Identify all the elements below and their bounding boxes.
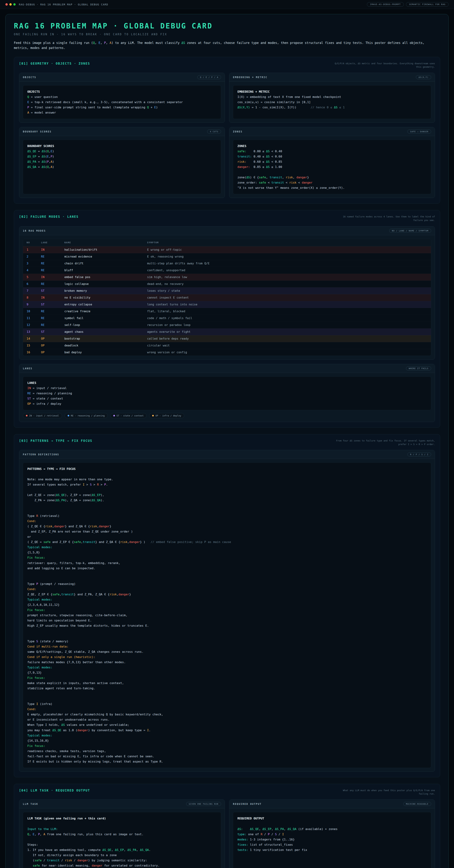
code-line: REQUIRED OUTPUT: [237, 816, 427, 821]
mode-row: 16OPbad deploywrong version or config: [23, 349, 431, 356]
panel-badge: NO / LANE / NAME / SYMPTOM: [389, 229, 431, 233]
code-line: {2,3,4,6,10,11,12}: [27, 602, 427, 608]
code-line: Steps:: [27, 842, 217, 847]
rag-modes-panel: 16 RAG MODES NO / LANE / NAME / SYMPTOM …: [19, 226, 435, 360]
mode-row: 7STbroken memoryloses story / state: [23, 287, 431, 294]
maximize-button[interactable]: [13, 3, 15, 6]
panel-title: OBJECTS: [23, 76, 36, 79]
code-line: tests: 1 tiny verification test per fix: [237, 847, 427, 852]
mode-row: 4REbluffconfident, unsupported: [23, 267, 431, 274]
code-line: you may treat ΔS_QE as 1.0 (danger) by c…: [27, 727, 427, 733]
code-line: P = final user-side prompt string sent t…: [27, 105, 217, 110]
code-line: prompt structure, stepwise reasoning, ci…: [27, 613, 427, 618]
main-card: RAG 16 PROBLEM MAP · GLOBAL DEBUG CARD O…: [5, 14, 449, 868]
code-line: retriever: query, filters, top-k, embedd…: [27, 560, 427, 566]
col-name: NAME: [61, 239, 143, 246]
code-line: safe: 0.00 ≤ ΔS < 0.40: [237, 149, 427, 154]
lane-dot-icon: [26, 415, 28, 416]
code-line: ΔS_QE = ΔS(Q,E): [27, 149, 217, 154]
section-note: What any LLM must do when you feed this …: [334, 788, 435, 796]
code-line: IN = input / retrieval: [27, 385, 427, 391]
page-title: RAG 16 PROBLEM MAP · GLOBAL DEBUG CARD: [14, 22, 440, 30]
mode-row: 11REsymbol failcode / math / symbols fai…: [23, 315, 431, 321]
mode-row: 3REchain driftmulti-step plan drifts awa…: [23, 260, 431, 267]
code-line: Typical modes:: [27, 597, 427, 602]
code-line: If several types match, prefer I > S > R…: [27, 482, 427, 487]
code-line: Type P (prompt / reasoning): [27, 581, 427, 587]
panel-title: LANES: [23, 367, 32, 370]
code-line: Typical modes:: [27, 665, 427, 670]
code-line: Fix focus:: [27, 675, 427, 680]
mode-row: 2REmisread evidenceE ok, reasoning wrong: [23, 253, 431, 260]
code-line: BOUNDARY SCORES: [27, 144, 217, 149]
code-line: PATTERNS → TYPE → FIX FOCUS: [27, 466, 427, 471]
code-line: fail-fast on bad or missing E, fix infra…: [27, 754, 427, 759]
section-failure-modes: [02] FAILURE MODES · LANES 16 named fail…: [14, 210, 440, 428]
boundary-code: BOUNDARY SCORESΔS_QE = ΔS(Q,E)ΔS_EP = ΔS…: [23, 140, 221, 194]
titlebar: RAG-DEBUG · RAG 16 PROBLEM MAP · GLOBAL …: [0, 0, 454, 9]
lanes-legend: IN · input / retrievalRE · reasoning / p…: [23, 413, 431, 418]
lane-dot-icon: [152, 415, 154, 416]
mode-row: 9STentropy collapselong context turns in…: [23, 301, 431, 308]
code-line: OP = infra / deploy: [27, 401, 427, 406]
code-line: [27, 837, 217, 842]
mode-row: 6RElogic collapsedead-end, no recovery: [23, 281, 431, 287]
mode-row: 15OPdeadlockcircular wait: [23, 342, 431, 349]
zones-code: ZONESsafe: 0.00 ≤ ΔS < 0.40transit: 0.40…: [233, 140, 431, 194]
lane-legend-chip: ST · state / context: [110, 413, 147, 418]
code-line: Z_PA = zone(ΔS_PA), Z_QA = zone(ΔS_QA).: [27, 498, 427, 503]
modes-table: NO LANE NAME SYMPTOM 1INhallucination/dr…: [23, 239, 431, 355]
code-line: [27, 487, 427, 492]
code-line: ( Z_QE = safe and Z_EP ∈ {safe,transit} …: [27, 539, 427, 545]
code-line: danger: 0.85 ≤ ΔS ≤ 1.00: [237, 164, 427, 169]
section-llm-task-header: [04] LLM TASK · REQUIRED OUTPUT What any…: [19, 788, 435, 796]
code-line: zone_order: safe < transit < risk < dang…: [237, 180, 427, 185]
mode-row: 10REcreative freezeflat, literal, blocke…: [23, 308, 431, 315]
code-line: {14,15,16,8}: [27, 738, 427, 743]
minimize-button[interactable]: [9, 3, 12, 6]
code-line: A = model answer: [27, 110, 217, 115]
code-line: ΔS_QA = ΔS(Q,A): [27, 164, 217, 169]
code-line: [27, 508, 427, 513]
section-note: From four ΔS zones to failure type and f…: [334, 439, 435, 446]
code-line: Q, E, P, A from one failing run, plus th…: [27, 832, 217, 837]
mode-row: 12REself-looprecursion or paradox loop: [23, 321, 431, 329]
panel-title: PATTERN DEFINITIONS: [23, 453, 59, 456]
panel-badge: 4 CUTS: [207, 130, 221, 133]
window-controls: [5, 3, 15, 6]
code-line: [27, 696, 427, 701]
code-line: Q = user question: [27, 94, 217, 99]
section-geometry-header: [01] GEOMETRY · OBJECTS · ZONES Q/E/P/A …: [19, 62, 435, 69]
code-line: When Type I holds, ΔS values are undefin…: [27, 722, 427, 727]
panel-title: EMBEDDING + METRIC: [233, 76, 267, 79]
code-line: safe for near-identical meaning, danger …: [27, 863, 217, 868]
code-line: Note: one mode may appear in more than o…: [27, 477, 427, 482]
panel-badge: GIVEN ONE FAILING RUN: [186, 802, 221, 806]
panel-title: BOUNDARY SCORES: [23, 130, 52, 133]
code-line: Typical modes:: [27, 545, 427, 550]
section-note: Q/E/P/A objects, ΔS metric and four boun…: [334, 62, 435, 69]
panel-title: ZONES: [233, 130, 242, 133]
code-line: make state explicit in inputs, shorten a…: [27, 680, 427, 686]
col-no: NO: [23, 239, 37, 246]
code-line: [27, 471, 427, 477]
code-line: Let Z_QE = zone(ΔS_QE), Z_EP = zone(ΔS_E…: [27, 492, 427, 498]
close-button[interactable]: [5, 3, 8, 6]
mode-row: 8INno E visibilitycannot inspect E conte…: [23, 294, 431, 301]
lane-legend-chip: IN · input / retrieval: [23, 413, 62, 418]
code-line: Fix focus:: [27, 743, 427, 748]
code-line: [27, 576, 427, 581]
panel-title: REQUIRED OUTPUT: [233, 803, 262, 805]
intro-text: Feed this image plus a single failing ru…: [14, 40, 440, 51]
code-line: OBJECTS: [27, 89, 217, 94]
code-line: [27, 503, 427, 508]
code-line: ΔS: ΔS_QE, ΔS_EP, ΔS_PA, ΔS_QA (if avail…: [237, 827, 427, 832]
embedding-metric-panel: EMBEDDING + METRIC ΔS(X,Y) EMBEDDING + M…: [229, 73, 435, 123]
embedding-code: EMBEDDING + METRICI(X) = embedding of te…: [233, 85, 431, 119]
code-line: [237, 821, 427, 827]
code-line: [27, 628, 427, 633]
code-line: Fix focus:: [27, 555, 427, 560]
mode-row: 14OPbootstrapcalled before deps ready: [23, 335, 431, 342]
section-label: [02] FAILURE MODES · LANES: [19, 215, 78, 218]
modes-table-wrap: NO LANE NAME SYMPTOM 1INhallucination/dr…: [23, 239, 431, 356]
